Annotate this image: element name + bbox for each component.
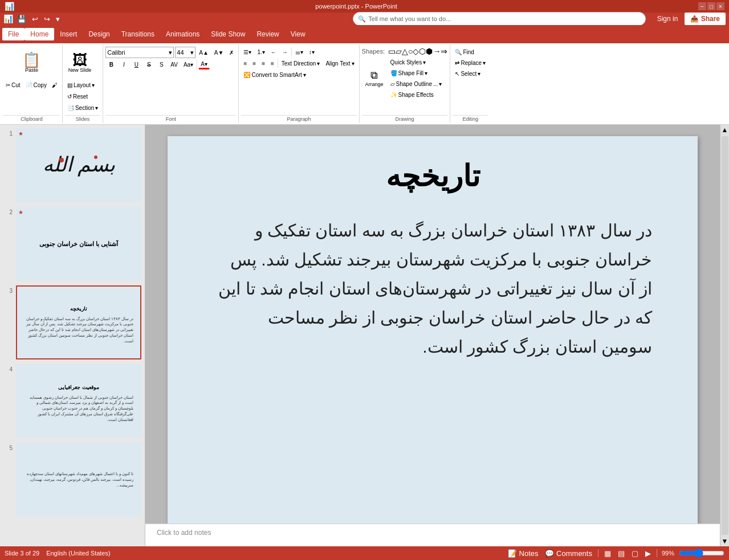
slide-img-2[interactable]: ★ آشنایی با استان خراسان جنوبی (16, 207, 141, 281)
increase-font-button[interactable]: A▲ (197, 47, 211, 58)
slide-thumb-4[interactable]: 4 موقعیت جغرافیایی استان خراسان جنوبی از… (2, 363, 142, 439)
format-painter-button[interactable]: 🖌 (50, 80, 60, 90)
menu-item-home[interactable]: Home (25, 28, 54, 40)
select-icon: ↖ (455, 71, 459, 77)
slideshow-button[interactable]: ▶ (644, 548, 652, 559)
slide-num-3: 3 (3, 285, 13, 294)
slide-thumb-2[interactable]: 2 ★ آشنایی با استان خراسان جنوبی (2, 206, 142, 282)
slide-img-1[interactable]: ★ بسم الله (16, 128, 141, 202)
new-slide-icon: 🖼 (72, 52, 87, 67)
slide-scroll-area[interactable]: تاریخچه در سال ۱۳۸۳ استان خراسان بزرگ به… (145, 125, 720, 524)
slide-thumb-5[interactable]: 5 تا کنون و با اعتمال شهرهای مهم‌داد شهر… (2, 442, 142, 518)
save-button[interactable]: 💾 (15, 14, 28, 24)
right-scrollbar[interactable]: ▲ ▼ (720, 125, 729, 546)
slide-1-content: بسم الله (22, 134, 136, 196)
menu-item-view[interactable]: View (285, 28, 311, 40)
sign-in-button[interactable]: Sign in (653, 13, 683, 25)
paste-button[interactable]: 📋 Paste (19, 47, 44, 79)
shape-outline-button[interactable]: ▱ Shape Outline... ▾ (388, 79, 445, 89)
section-button[interactable]: 📑Section▾ (65, 103, 100, 113)
slide-info: Slide 3 of 29 (5, 550, 39, 557)
select-button[interactable]: ↖ Select▾ (453, 68, 488, 79)
slide-3-body-thumb: در سال ۱۳۸۳ استان خراسان بزرگ به سه استا… (21, 314, 137, 346)
bold-button[interactable]: B (105, 59, 117, 70)
editing-group-label: Editing (453, 115, 488, 122)
decrease-font-button[interactable]: A▼ (212, 47, 226, 58)
shape-fill-button[interactable]: 🪣 Shape Fill▾ (388, 68, 445, 78)
reset-button[interactable]: ↺Reset (65, 91, 100, 101)
menu-item-design[interactable]: Design (83, 28, 115, 40)
decrease-indent-button[interactable]: ← (268, 47, 279, 57)
scroll-down-button[interactable]: ▼ (720, 536, 729, 546)
comments-icon: 💬 (545, 549, 554, 558)
menu-item-transitions[interactable]: Transitions (116, 28, 160, 40)
copy-button[interactable]: 📄Copy (23, 80, 49, 90)
font-spacing-button[interactable]: AV (168, 59, 180, 70)
numbering-button[interactable]: 1.▾ (255, 47, 267, 57)
tell-me-input[interactable]: 🔍 Tell me what you want to do... (353, 12, 645, 26)
main-slide-title[interactable]: تاریخچه (202, 159, 663, 193)
slide-thumb-1[interactable]: 1 ★ بسم الله (2, 127, 142, 203)
slide-img-3[interactable]: تاریخچه در سال ۱۳۸۳ استان خراسان بزرگ به… (16, 285, 141, 359)
increase-indent-button[interactable]: → (280, 47, 290, 57)
notes-area[interactable]: Click to add notes (145, 524, 720, 546)
comments-button[interactable]: 💬 Comments (544, 548, 593, 559)
close-button[interactable]: × (716, 2, 724, 10)
shape-effects-button[interactable]: ✨ Shape Effects (388, 89, 445, 100)
replace-button[interactable]: ⇄ Replace▾ (453, 58, 488, 68)
tell-me-placeholder: Tell me what you want to do... (368, 15, 451, 22)
minimize-button[interactable]: − (698, 2, 706, 10)
redo-button[interactable]: ↪ (42, 14, 52, 24)
change-case-button[interactable]: Aa▾ (181, 59, 196, 70)
cut-button[interactable]: ✂Cut (3, 80, 23, 90)
menu-item-insert[interactable]: Insert (54, 28, 83, 40)
justify-button[interactable]: ≡ (268, 58, 276, 68)
font-name-dropdown[interactable]: Calibri ▾ (105, 47, 174, 58)
restore-button[interactable]: □ (707, 2, 715, 10)
font-color-button[interactable]: A▾ (198, 59, 210, 70)
align-left-button[interactable]: ≡ (241, 58, 249, 68)
arrange-button[interactable]: ⧉ Arrange (362, 67, 387, 90)
align-text-button[interactable]: Align Text▾ (323, 58, 356, 68)
scroll-thumb[interactable] (722, 136, 728, 535)
strikethrough-button[interactable]: S (143, 59, 154, 70)
align-right-button[interactable]: ≡ (259, 58, 267, 68)
drawing-group-label: Drawing (362, 115, 448, 122)
slide-thumb-3[interactable]: 3 تاریخچه در سال ۱۳۸۳ استان خراسان بزرگ … (2, 284, 142, 361)
quick-styles-button[interactable]: Quick Styles▾ (388, 57, 445, 67)
slide-img-5[interactable]: تا کنون و با اعتمال شهرهای مهم‌داد شهرست… (16, 443, 141, 517)
columns-button[interactable]: ⚌▾ (293, 47, 306, 57)
main-slide-body[interactable]: در سال ۱۳۸۳ استان خراسان بزرگ به سه استا… (202, 210, 663, 367)
reading-view-button[interactable]: ▢ (630, 548, 640, 559)
undo-button[interactable]: ↩ (30, 14, 40, 24)
cut-icon: ✂ (6, 82, 10, 88)
line-spacing-button[interactable]: ↕▾ (307, 47, 317, 57)
font-size-dropdown[interactable]: 44 ▾ (175, 47, 196, 58)
normal-view-button[interactable]: ▦ (603, 548, 612, 559)
ribbon-group-clipboard: 📋 Paste ✂Cut 📄Copy 🖌 Clipboard (1, 44, 63, 123)
underline-button[interactable]: U (131, 59, 142, 70)
menu-item-review[interactable]: Review (251, 28, 284, 40)
new-slide-button[interactable]: 🖼 New Slide (65, 47, 95, 79)
convert-smartart-button[interactable]: 🔀 Convert to SmartArt▾ (241, 70, 308, 80)
menu-item-slideshow[interactable]: Slide Show (205, 28, 251, 40)
slides-group-label: Slides (65, 115, 100, 122)
qat-customize-button[interactable]: ▾ (54, 14, 62, 24)
slide-sorter-button[interactable]: ▤ (617, 548, 626, 559)
text-direction-button[interactable]: Text Direction▾ (279, 58, 323, 68)
paste-icon: 📋 (22, 52, 40, 67)
shadow-button[interactable]: S (156, 59, 167, 70)
notes-button[interactable]: 📝 Notes (507, 548, 540, 559)
scroll-up-button[interactable]: ▲ (720, 125, 729, 135)
bullets-button[interactable]: ☰▾ (241, 47, 254, 57)
menu-item-animations[interactable]: Animations (160, 28, 205, 40)
slide-img-4[interactable]: موقعیت جغرافیایی استان خراسان جنوبی از ش… (16, 364, 141, 438)
italic-button[interactable]: I (118, 59, 129, 70)
clear-format-button[interactable]: ✗ (227, 47, 236, 58)
align-center-button[interactable]: ≡ (250, 58, 258, 68)
layout-button[interactable]: ▤Layout▾ (65, 80, 100, 90)
menu-item-file[interactable]: File (2, 28, 25, 40)
zoom-slider[interactable] (679, 549, 724, 558)
find-button[interactable]: 🔍 Find (453, 47, 488, 57)
share-button[interactable]: 📤 Share (685, 13, 726, 25)
